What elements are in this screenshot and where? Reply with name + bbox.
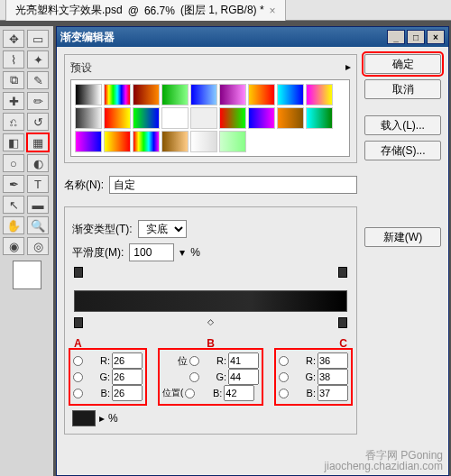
- minimize-button[interactable]: _: [387, 30, 405, 44]
- radio-b[interactable]: [185, 389, 195, 398]
- smooth-label: 平滑度(M):: [72, 245, 124, 261]
- radio-b[interactable]: [279, 389, 289, 398]
- preset-swatch[interactable]: [190, 84, 217, 105]
- gradient-bar[interactable]: [74, 290, 347, 312]
- rgb-group-c: R: G: B:: [278, 352, 349, 402]
- close-button[interactable]: ×: [427, 30, 445, 44]
- ok-button[interactable]: 确定: [364, 54, 441, 74]
- b-g-input[interactable]: [228, 369, 259, 385]
- tab-filename: 光亮塑料文字效果.psd: [15, 3, 123, 18]
- cancel-button[interactable]: 取消: [364, 79, 441, 99]
- radio-r[interactable]: [73, 356, 83, 366]
- preset-swatch[interactable]: [133, 131, 160, 152]
- color-stop[interactable]: [338, 317, 347, 328]
- preset-swatch[interactable]: [190, 131, 217, 152]
- radio-r[interactable]: [279, 356, 289, 366]
- rgb-group-b: 位R: G: 位置(B:: [161, 352, 260, 402]
- smooth-input[interactable]: [129, 243, 174, 261]
- history-brush-tool[interactable]: ↺: [27, 113, 49, 131]
- heal-tool[interactable]: ✚: [3, 92, 24, 110]
- lasso-tool[interactable]: ⌇: [3, 50, 24, 69]
- a-b-input[interactable]: [112, 385, 143, 401]
- shape-tool[interactable]: ▬: [27, 196, 49, 214]
- a-g-input[interactable]: [112, 369, 143, 385]
- doc-tab[interactable]: 光亮塑料文字效果.psd @ 66.7% (图层 1, RGB/8) * ×: [5, 0, 286, 21]
- preset-swatch[interactable]: [75, 131, 102, 152]
- move-tool[interactable]: ✥: [3, 30, 24, 48]
- brush-tool[interactable]: ✏: [27, 92, 49, 110]
- b-b-input[interactable]: [224, 385, 254, 401]
- watermark: 香字网 PGoningjiaocheng.chazidian.com: [325, 450, 443, 471]
- c-r-input[interactable]: [318, 352, 348, 369]
- gradient-options: 渐变类型(T): 实底 平滑度(M): ▾ % ◇ A B: [64, 206, 357, 435]
- opacity-stop[interactable]: [74, 267, 83, 278]
- tool-palette: ✥▭ ⌇✦ ⧉✎ ✚✏ ⎌↺ ◧▦ ○◐ ✒T ↖▬ ✋🔍 ◉◎: [0, 26, 53, 476]
- preset-swatch[interactable]: [161, 107, 189, 129]
- dialog-titlebar[interactable]: 渐变编辑器 _ □ ×: [57, 27, 448, 47]
- smooth-unit: %: [190, 246, 200, 259]
- dodge-tool[interactable]: ◐: [27, 154, 49, 172]
- preset-swatch[interactable]: [104, 107, 131, 129]
- preset-swatch[interactable]: [133, 107, 160, 129]
- preset-swatch[interactable]: [75, 107, 102, 129]
- zoom-tool[interactable]: 🔍: [27, 216, 49, 234]
- a-r-input[interactable]: [112, 352, 143, 369]
- tab-zoom: 66.7%: [144, 5, 175, 17]
- preset-swatch[interactable]: [219, 131, 246, 152]
- preset-swatch[interactable]: [190, 107, 217, 129]
- crop-tool[interactable]: ⧉: [3, 71, 24, 89]
- preset-swatch[interactable]: [248, 84, 275, 105]
- opacity-stop[interactable]: [338, 267, 347, 278]
- maximize-button[interactable]: □: [407, 30, 425, 44]
- pen-tool[interactable]: ✒: [3, 175, 24, 193]
- radio-g[interactable]: [73, 372, 83, 382]
- preset-swatch[interactable]: [277, 84, 304, 105]
- c-b-input[interactable]: [318, 385, 348, 401]
- radio-r[interactable]: [189, 356, 199, 366]
- preset-swatch[interactable]: [306, 107, 333, 129]
- name-input[interactable]: [109, 176, 357, 194]
- radio-g[interactable]: [279, 372, 289, 382]
- foreground-swatch[interactable]: [13, 261, 41, 289]
- preset-swatch[interactable]: [219, 84, 246, 105]
- color-chip[interactable]: [72, 410, 96, 426]
- gradient-tool[interactable]: ▦: [27, 133, 49, 151]
- radio-g[interactable]: [189, 372, 199, 382]
- preset-swatch[interactable]: [161, 84, 189, 105]
- preset-swatch[interactable]: [277, 107, 304, 129]
- rgb-group-a: R: G: B:: [72, 352, 143, 402]
- preset-swatch[interactable]: [161, 131, 189, 152]
- preset-swatch[interactable]: [75, 84, 102, 105]
- hand-tool[interactable]: ✋: [3, 216, 24, 234]
- save-button[interactable]: 存储(S)...: [364, 141, 441, 160]
- marquee-tool[interactable]: ▭: [27, 30, 49, 48]
- type-select[interactable]: 实底: [138, 220, 187, 238]
- preset-swatch[interactable]: [306, 84, 333, 105]
- marker-a: A: [74, 337, 82, 350]
- marker-b: B: [207, 337, 215, 350]
- eraser-tool[interactable]: ◧: [3, 133, 24, 151]
- preset-menu-icon[interactable]: ▸: [345, 60, 351, 79]
- preset-swatch[interactable]: [133, 84, 160, 105]
- b-r-input[interactable]: [228, 352, 259, 369]
- c-g-input[interactable]: [318, 369, 348, 385]
- tab-close-icon[interactable]: ×: [270, 5, 276, 17]
- eyedropper-tool[interactable]: ✎: [27, 71, 49, 89]
- radio-b[interactable]: [73, 389, 83, 398]
- preset-swatch[interactable]: [104, 131, 131, 152]
- blur-tool[interactable]: ○: [3, 154, 24, 172]
- path-tool[interactable]: ↖: [3, 196, 24, 214]
- color-stop[interactable]: [74, 317, 83, 328]
- preset-swatch[interactable]: [104, 84, 131, 105]
- wand-tool[interactable]: ✦: [27, 50, 49, 69]
- 3d-camera-tool[interactable]: ◎: [27, 237, 49, 255]
- 3d-tool[interactable]: ◉: [3, 237, 24, 255]
- stamp-tool[interactable]: ⎌: [3, 113, 24, 131]
- preset-label: 预设: [70, 60, 92, 76]
- type-tool[interactable]: T: [27, 175, 49, 193]
- new-button[interactable]: 新建(W): [364, 227, 441, 247]
- load-button[interactable]: 载入(L)...: [364, 115, 441, 135]
- marker-c: C: [339, 337, 347, 350]
- preset-swatch[interactable]: [219, 107, 246, 129]
- preset-swatch[interactable]: [248, 107, 275, 129]
